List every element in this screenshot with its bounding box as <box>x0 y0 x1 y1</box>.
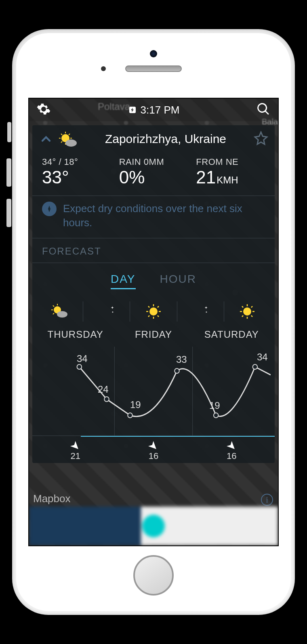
rain-block: RAIN 0MM 0% <box>119 157 188 187</box>
svg-line-15 <box>53 313 54 314</box>
svg-line-26 <box>148 316 149 317</box>
svg-line-24 <box>148 306 149 307</box>
ad-banner[interactable] <box>29 507 278 545</box>
map-attribution: Mapbox <box>33 492 71 505</box>
forecast-icons-row: ✦✦ ✦✦ <box>32 293 275 322</box>
day-label: SATURDAY <box>193 329 271 340</box>
temp-point-label: 19 <box>209 400 220 411</box>
temperature-block: 34° / 18° 33° <box>42 157 111 187</box>
svg-line-6 <box>61 134 62 135</box>
settings-button[interactable] <box>36 102 51 118</box>
wind-block: FROM NE 21KMH <box>196 157 265 187</box>
wind-value: 21KMH <box>196 167 265 187</box>
screen: Poltava Bala 3:17 PM <box>28 98 279 546</box>
phone-frame: Poltava Bala 3:17 PM <box>12 29 295 615</box>
clear-night-icon: ✦✦ <box>177 301 224 322</box>
temp-hi-lo: 34° / 18° <box>42 157 111 167</box>
forecast-days-row: THURSDAY FRIDAY SATURDAY <box>32 322 275 340</box>
forecast-message: Expect dry conditions over the next six … <box>32 196 275 238</box>
wind-speed: 16 <box>193 451 271 461</box>
temp-point-label: 24 <box>98 384 109 395</box>
sunny-icon <box>224 301 271 322</box>
search-icon <box>256 102 271 116</box>
svg-point-16 <box>57 311 67 318</box>
temp-point-label: 19 <box>130 399 141 410</box>
partly-cloudy-icon <box>36 301 83 322</box>
stats-row: 34° / 18° 33° RAIN 0MM 0% FROM NE 21KMH <box>32 153 275 196</box>
svg-point-41 <box>77 364 82 369</box>
day-label: FRIDAY <box>114 329 192 340</box>
wind-col: ➤ 16 <box>114 439 192 461</box>
forecast-section-label: FORECAST <box>32 238 275 263</box>
compass-icon <box>42 202 57 216</box>
star-icon <box>254 131 268 145</box>
svg-line-27 <box>158 306 159 307</box>
search-button[interactable] <box>256 102 271 118</box>
svg-line-35 <box>242 306 243 307</box>
bolt-icon <box>128 105 137 115</box>
wind-speed: 21 <box>36 451 114 461</box>
temp-point-label: 33 <box>176 354 187 365</box>
svg-line-36 <box>251 316 252 317</box>
day-label: THURSDAY <box>36 329 114 340</box>
svg-point-46 <box>253 364 258 369</box>
ad-app-icon <box>142 515 165 537</box>
home-button[interactable] <box>133 555 174 596</box>
wind-label: FROM NE <box>196 157 265 167</box>
temp-current: 33° <box>42 167 111 187</box>
wind-speed: 16 <box>114 451 192 461</box>
svg-line-8 <box>61 141 62 143</box>
svg-point-45 <box>214 413 219 418</box>
volume-up-button <box>6 158 11 187</box>
status-bar: 3:17 PM <box>29 99 278 121</box>
svg-text:✦: ✦ <box>111 311 114 314</box>
weather-card: Zaporizhzhya, Ukraine 34° / 18° 33° RAIN… <box>32 125 275 463</box>
svg-point-10 <box>65 139 77 147</box>
svg-text:✦: ✦ <box>111 305 114 310</box>
rain-value: 0% <box>119 167 188 187</box>
gear-icon <box>36 102 51 116</box>
svg-point-44 <box>175 368 179 373</box>
info-button[interactable]: i <box>261 494 273 506</box>
svg-line-9 <box>69 134 70 135</box>
tab-hour[interactable]: HOUR <box>160 273 196 289</box>
wind-col: ➤ 21 <box>36 439 114 461</box>
location-title: Zaporizhzhya, Ukraine <box>82 132 249 146</box>
temperature-chart[interactable]: 34 24 19 33 19 34 <box>36 347 271 436</box>
clear-night-icon: ✦✦ <box>83 301 130 322</box>
temp-point-label: 34 <box>77 353 88 364</box>
svg-point-42 <box>104 397 109 402</box>
message-text: Expect dry conditions over the next six … <box>63 202 265 230</box>
sunny-icon <box>130 301 177 322</box>
temp-point-label: 34 <box>257 351 268 363</box>
earpiece-speaker <box>125 65 182 72</box>
proximity-sensor <box>101 66 106 71</box>
mute-switch <box>7 122 11 142</box>
partly-cloudy-icon <box>58 131 78 147</box>
svg-line-14 <box>53 305 54 307</box>
wind-col: ➤ 16 <box>193 439 271 461</box>
collapse-button[interactable] <box>39 132 53 146</box>
card-header: Zaporizhzhya, Ukraine <box>32 125 275 153</box>
clock-time: 3:17 PM <box>141 104 180 116</box>
svg-point-43 <box>128 413 132 418</box>
volume-down-button <box>6 199 11 227</box>
wind-strip: ➤ 21 ➤ 16 ➤ 16 <box>32 436 275 463</box>
front-camera <box>150 50 157 57</box>
svg-point-19 <box>149 307 158 316</box>
rain-label: RAIN 0MM <box>119 157 188 167</box>
svg-point-30 <box>243 307 251 316</box>
tab-day[interactable]: DAY <box>111 273 136 289</box>
svg-line-25 <box>158 316 159 317</box>
svg-text:✦: ✦ <box>205 311 208 314</box>
forecast-tabs: DAY HOUR <box>32 263 275 293</box>
svg-line-38 <box>251 306 252 307</box>
svg-text:✦: ✦ <box>204 305 208 310</box>
svg-line-37 <box>242 316 243 317</box>
favorite-button[interactable] <box>254 131 268 147</box>
